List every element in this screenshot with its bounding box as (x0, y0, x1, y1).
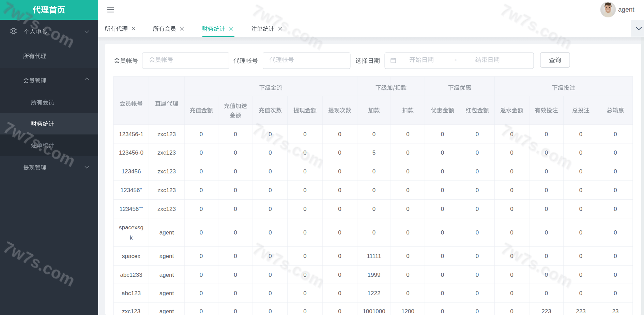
svg-text:0: 0 (441, 131, 444, 138)
svg-text:0: 0 (338, 229, 341, 236)
svg-text:agent: agent (159, 253, 174, 259)
svg-text:0: 0 (303, 253, 306, 259)
svg-text:0: 0 (234, 253, 237, 259)
svg-text:0: 0 (545, 206, 548, 212)
svg-text:0: 0 (614, 272, 617, 278)
svg-text:0: 0 (614, 168, 617, 175)
svg-text:0: 0 (372, 131, 375, 138)
svg-text:0: 0 (269, 290, 272, 297)
svg-text:0: 0 (510, 290, 513, 297)
svg-text:223: 223 (576, 308, 585, 315)
svg-text:0: 0 (510, 229, 513, 236)
svg-text:0: 0 (441, 187, 444, 194)
svg-text:0: 0 (234, 272, 237, 278)
svg-text:123456"": 123456"" (120, 206, 143, 212)
svg-text:0: 0 (406, 253, 409, 259)
svg-text:0: 0 (579, 253, 582, 259)
svg-text:0: 0 (476, 308, 479, 315)
svg-text:23: 23 (612, 308, 619, 315)
svg-text:0: 0 (269, 272, 272, 278)
svg-text:0: 0 (614, 149, 617, 156)
svg-text:0: 0 (579, 206, 582, 212)
svg-text:agent: agent (159, 290, 174, 297)
svg-text:0: 0 (441, 253, 444, 259)
svg-text:0: 0 (269, 229, 272, 236)
svg-text:0: 0 (234, 187, 237, 194)
svg-text:0: 0 (406, 290, 409, 297)
svg-text:abc1233: abc1233 (120, 272, 142, 278)
svg-text:agent: agent (159, 229, 174, 236)
svg-text:0: 0 (303, 187, 306, 194)
svg-text:0: 0 (269, 187, 272, 194)
svg-text:0: 0 (338, 272, 341, 278)
svg-text:0: 0 (545, 168, 548, 175)
svg-text:0: 0 (303, 206, 306, 212)
svg-text:0: 0 (476, 131, 479, 138)
svg-text:11111: 11111 (367, 253, 381, 259)
svg-text:0: 0 (372, 168, 375, 175)
svg-text:k: k (130, 234, 133, 241)
svg-text:0: 0 (372, 206, 375, 212)
svg-text:0: 0 (614, 187, 617, 194)
svg-text:1999: 1999 (368, 272, 381, 278)
svg-text:0: 0 (200, 253, 203, 259)
svg-text:zxc123: zxc123 (157, 168, 176, 175)
svg-text:0: 0 (234, 308, 237, 315)
svg-text:0: 0 (372, 187, 375, 194)
svg-text:0: 0 (234, 149, 237, 156)
svg-text:0: 0 (234, 229, 237, 236)
svg-text:0: 0 (614, 229, 617, 236)
svg-text:0: 0 (476, 290, 479, 297)
svg-text:123456: 123456 (122, 168, 141, 175)
svg-text:spacex: spacex (122, 253, 140, 259)
svg-text:agent: agent (159, 308, 174, 315)
svg-text:agent: agent (618, 6, 634, 13)
svg-text:123456-0: 123456-0 (119, 149, 143, 156)
svg-text:0: 0 (200, 308, 203, 315)
svg-text:0: 0 (338, 187, 341, 194)
svg-text:zxc123: zxc123 (157, 187, 176, 194)
svg-text:abc123: abc123 (122, 290, 141, 297)
svg-text:0: 0 (476, 149, 479, 156)
svg-text:0: 0 (614, 206, 617, 212)
svg-text:0: 0 (200, 149, 203, 156)
svg-text:0: 0 (234, 168, 237, 175)
svg-text:0: 0 (614, 253, 617, 259)
svg-text:0: 0 (234, 290, 237, 297)
svg-text:123456-1: 123456-1 (119, 131, 143, 138)
svg-text:zxc123: zxc123 (122, 308, 140, 315)
svg-text:0: 0 (441, 168, 444, 175)
svg-text:0: 0 (269, 308, 272, 315)
svg-text:0: 0 (234, 131, 237, 138)
svg-text:0: 0 (200, 187, 203, 194)
svg-text:-: - (455, 56, 457, 63)
svg-text:0: 0 (406, 272, 409, 278)
svg-text:0: 0 (579, 187, 582, 194)
svg-text:1001000: 1001000 (363, 308, 385, 315)
svg-text:0: 0 (614, 290, 617, 297)
svg-text:0: 0 (372, 229, 375, 236)
svg-text:0: 0 (579, 290, 582, 297)
svg-text:0: 0 (234, 206, 237, 212)
svg-text:0: 0 (510, 168, 513, 175)
svg-text:0: 0 (338, 168, 341, 175)
svg-text:0: 0 (441, 206, 444, 212)
svg-text:0: 0 (303, 308, 306, 315)
svg-text:0: 0 (269, 206, 272, 212)
svg-text:0: 0 (303, 229, 306, 236)
svg-text:0: 0 (579, 149, 582, 156)
svg-text:0: 0 (303, 131, 306, 138)
svg-text:0: 0 (545, 290, 548, 297)
svg-text:zxc123: zxc123 (157, 131, 176, 138)
svg-text:0: 0 (406, 229, 409, 236)
svg-text:0: 0 (579, 272, 582, 278)
svg-text:0: 0 (200, 229, 203, 236)
svg-text:0: 0 (545, 131, 548, 138)
svg-text:0: 0 (614, 131, 617, 138)
svg-text:5: 5 (372, 149, 375, 156)
svg-text:1222: 1222 (368, 290, 381, 297)
svg-text:0: 0 (200, 168, 203, 175)
svg-text:zxc123: zxc123 (157, 206, 176, 212)
svg-text:0: 0 (338, 253, 341, 259)
svg-text:1200: 1200 (401, 308, 414, 315)
